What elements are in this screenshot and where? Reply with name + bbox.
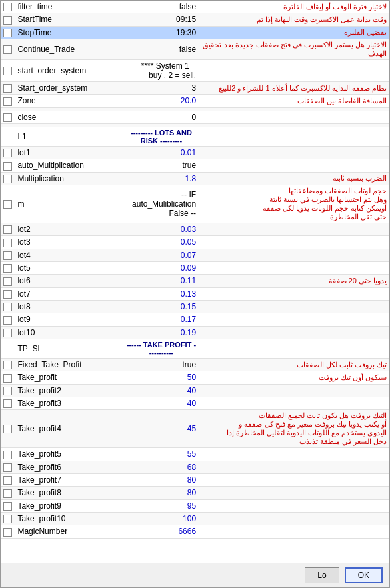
param-comment (199, 339, 389, 358)
load-button[interactable]: Lo (305, 567, 339, 583)
row-checkbox[interactable] (3, 425, 12, 433)
param-value[interactable]: 1.8 (124, 172, 199, 185)
table-row: filter_timefalseلاختيار فترة الوقت أو إي… (1, 1, 389, 13)
row-checkbox[interactable] (3, 489, 12, 498)
row-checkbox[interactable] (3, 264, 12, 273)
table-row: lot60.11يدويا حتى 20 صفقة (1, 275, 389, 287)
param-value[interactable]: 0.01 (124, 146, 199, 159)
param-name: lot7 (15, 287, 123, 300)
param-value[interactable]: 80 (124, 487, 199, 499)
row-checkbox[interactable] (3, 463, 12, 472)
param-value[interactable]: 0.09 (124, 261, 199, 274)
param-value[interactable]: 45 (124, 410, 199, 448)
param-name: StopTime (15, 26, 123, 39)
param-value[interactable]: 95 (124, 499, 199, 512)
row-checkbox[interactable] (3, 387, 12, 395)
row-checkbox[interactable] (3, 374, 12, 383)
param-comment: التيك بروفت هل يكون ثابت لجميع الصفقاتأو… (199, 410, 389, 448)
param-value[interactable]: 20.0 (124, 95, 199, 107)
param-value[interactable]: **** System 1 = buy , 2 = sell, (124, 59, 199, 81)
param-value[interactable]: 68 (124, 461, 199, 473)
param-name: TP_SL (15, 339, 123, 358)
param-comment (199, 159, 389, 172)
row-checkbox[interactable] (3, 528, 12, 537)
param-value[interactable]: false (124, 1, 199, 13)
row-checkbox[interactable] (3, 200, 12, 209)
param-comment (199, 525, 389, 538)
param-value[interactable]: 0.15 (124, 300, 199, 313)
table-row: Zone20.0المسافة الفاصلة بين الصفقات (1, 95, 389, 107)
param-value[interactable]: true (124, 159, 199, 172)
row-checkbox[interactable] (3, 515, 12, 523)
table-row: lot80.15 (1, 300, 389, 313)
param-name: Zone (15, 95, 123, 107)
param-value[interactable]: 19:30 (124, 26, 199, 39)
row-checkbox[interactable] (3, 303, 12, 311)
param-value[interactable]: 0 (124, 111, 199, 123)
table-row: lot50.09 (1, 261, 389, 274)
table-row: L1--------- LOTS AND RISK --------- (1, 127, 389, 146)
param-value[interactable]: 40 (124, 384, 199, 397)
row-checkbox[interactable] (3, 225, 12, 234)
row-checkbox[interactable] (3, 451, 12, 459)
table-row: Take_profit445التيك بروفت هل يكون ثابت ل… (1, 410, 389, 448)
row-checkbox[interactable] (3, 84, 12, 93)
row-checkbox[interactable] (3, 16, 12, 25)
param-name: Fixed_Take_Profit (15, 358, 123, 371)
param-value[interactable]: 0.19 (124, 326, 199, 339)
param-value[interactable]: 6666 (124, 525, 199, 538)
param-value[interactable]: false (124, 39, 199, 59)
param-value[interactable]: --------- LOTS AND RISK --------- (124, 127, 199, 146)
row-checkbox[interactable] (3, 175, 12, 183)
param-value[interactable]: 40 (124, 397, 199, 409)
row-checkbox[interactable] (3, 113, 12, 122)
param-value[interactable]: -- IF auto_Muliblication False -- (124, 185, 199, 223)
row-checkbox[interactable] (3, 67, 12, 75)
param-value[interactable]: 0.05 (124, 236, 199, 249)
row-checkbox[interactable] (3, 239, 12, 247)
table-row: Take_profit10100 (1, 512, 389, 525)
table-row: Multiplication1.8الضرب بنسبة ثابتة (1, 172, 389, 185)
param-comment: حجم لوتات الصفقات ومضاعفاتهاوهل يتم احتس… (199, 185, 389, 223)
param-value[interactable]: ------ TAKE PROFIT ----------- (124, 339, 199, 358)
row-checkbox[interactable] (3, 45, 12, 54)
table-row: lot100.19 (1, 326, 389, 339)
param-name: Start_order_system (15, 81, 123, 94)
row-checkbox[interactable] (3, 251, 12, 260)
param-name: Take_profit5 (15, 448, 123, 461)
param-value[interactable]: 0.13 (124, 287, 199, 300)
param-value[interactable]: true (124, 358, 199, 371)
param-value[interactable]: 09:15 (124, 13, 199, 26)
param-value[interactable]: 80 (124, 473, 199, 486)
param-value[interactable]: 55 (124, 448, 199, 461)
row-checkbox[interactable] (3, 277, 12, 286)
table-row: lot40.07 (1, 249, 389, 261)
param-comment (199, 313, 389, 326)
param-comment (199, 223, 389, 235)
row-checkbox[interactable] (3, 502, 12, 511)
row-checkbox[interactable] (3, 149, 12, 157)
row-checkbox[interactable] (3, 3, 12, 11)
table-row: Fixed_Take_Profittrueتيك بروفت ثابت لكل … (1, 358, 389, 371)
row-checkbox[interactable] (3, 97, 12, 106)
row-checkbox[interactable] (3, 290, 12, 299)
param-value[interactable]: 0.03 (124, 223, 199, 235)
param-comment (199, 448, 389, 461)
table-row: Start_order_system3نظام صفقة البداية للا… (1, 81, 389, 94)
row-checkbox[interactable] (3, 476, 12, 485)
param-value[interactable]: 3 (124, 81, 199, 94)
row-checkbox[interactable] (3, 29, 12, 37)
param-name: lot9 (15, 313, 123, 326)
row-checkbox[interactable] (3, 399, 12, 408)
param-value[interactable]: 100 (124, 512, 199, 525)
row-checkbox[interactable] (3, 329, 12, 337)
ok-button[interactable]: OK (345, 567, 383, 583)
param-value[interactable]: 0.17 (124, 313, 199, 326)
row-checkbox[interactable] (3, 162, 12, 171)
param-value[interactable]: 0.07 (124, 249, 199, 261)
table-row: close0 (1, 111, 389, 123)
row-checkbox[interactable] (3, 316, 12, 325)
param-value[interactable]: 50 (124, 371, 199, 384)
param-value[interactable]: 0.11 (124, 275, 199, 287)
row-checkbox[interactable] (3, 361, 12, 369)
